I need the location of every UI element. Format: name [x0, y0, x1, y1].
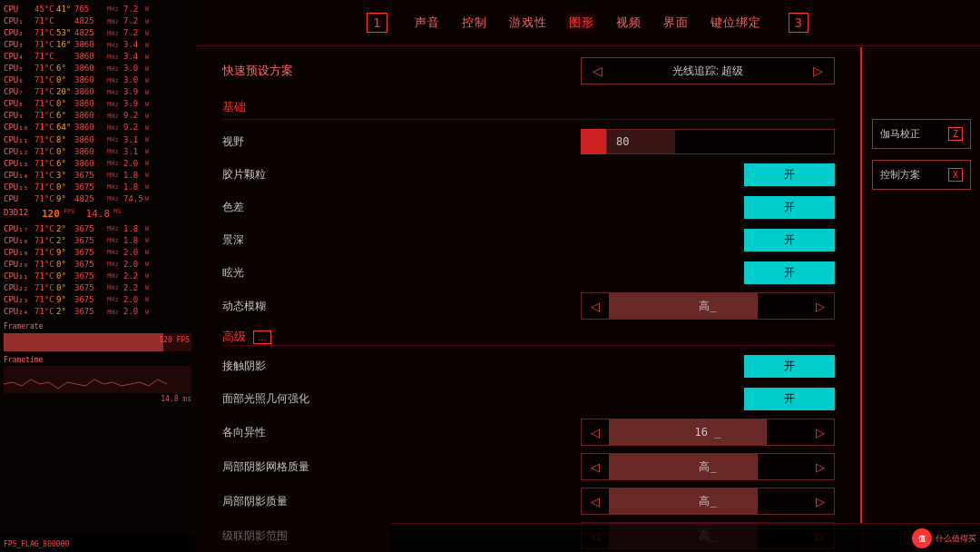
frametime-bar [4, 366, 191, 393]
cpu-row-freq-unit: MHz [107, 5, 122, 14]
nav-items: 声音控制游戏性图形视频界面键位绑定 [415, 15, 761, 31]
cpu-row-label: CPU₂ [4, 27, 33, 39]
shadow-quality-value: 高_ [609, 494, 807, 509]
cpu-row-val2: 3.4 [123, 39, 143, 51]
shadow-quality-slider[interactable]: ◁ 高_ ▷ [581, 488, 835, 515]
cpu-row-freq-unit: MHz [107, 64, 122, 74]
shadow-quality-right[interactable]: ▷ [807, 490, 834, 513]
cpu-row-freq-unit: MHz [107, 283, 122, 292]
nav-item-键位绑定[interactable]: 键位绑定 [710, 15, 761, 31]
preset-value: 光线追踪: 超级 [613, 64, 802, 79]
motion-blur-arrow-right[interactable]: ▷ [807, 295, 834, 318]
anisotropy-control: ◁ 16 _ ▷ [404, 419, 835, 446]
right-sidebar: 伽马校正 Z 控制方案 X [862, 46, 980, 551]
anisotropy-label: 各向异性 [222, 425, 404, 440]
dof-control: 开 [404, 229, 835, 251]
preset-arrow-right[interactable]: ▷ [802, 58, 834, 84]
shadow-mesh-slider[interactable]: ◁ 高_ ▷ [581, 453, 835, 480]
watermark-text: 什么值得买 [936, 533, 976, 545]
cpu-row-freq: 3675 [74, 259, 105, 271]
dof-toggle[interactable]: 开 [744, 229, 835, 251]
cpu-row: CPU₁₃ 71°C 6° 3860 MHz 2.0 W [4, 158, 191, 170]
cpu-row-freq: 4825 [74, 15, 105, 27]
nav-item-界面[interactable]: 界面 [663, 15, 689, 31]
shadow-mesh-left[interactable]: ◁ [582, 456, 609, 478]
cpu-row-val2: 3.4 [123, 51, 143, 63]
cpu-row-freq: 3675 [74, 306, 105, 318]
cpu-row-label: CPU₁₅ [4, 182, 33, 193]
nav-item-视频[interactable]: 视频 [616, 15, 642, 31]
shadow-mesh-inner: 高_ [609, 454, 807, 479]
cpu-row-label: CPU₁₇ [4, 223, 33, 235]
cpu-row: CPU₂₄ 71°C 2° 3675 MHz 2.0 W [4, 306, 191, 318]
cpu-row-temp: 71°C [34, 63, 54, 74]
film-grain-toggle[interactable]: 开 [744, 163, 835, 186]
cpu-row: CPU₂₁ 71°C 0° 3675 MHz 2.2 W [4, 271, 191, 282]
nav-item-控制[interactable]: 控制 [462, 15, 487, 31]
nav-item-游戏性[interactable]: 游戏性 [509, 15, 547, 31]
lens-flare-toggle[interactable]: 开 [744, 261, 835, 284]
nav-item-图形[interactable]: 图形 [569, 15, 594, 31]
nav-item-声音[interactable]: 声音 [415, 15, 440, 31]
cpu-row-label: CPU₈ [4, 98, 33, 110]
cpu-row-val2-unit: W [145, 271, 149, 281]
face-light-toggle[interactable]: 开 [744, 388, 835, 410]
motion-blur-slider[interactable]: ◁ 高_ ▷ [581, 292, 835, 320]
cpu-row-temp: 45°C [34, 4, 54, 15]
cpu-row: CPU 45°C 41° 765 MHz 7.2 W [4, 4, 191, 15]
cpu-row-freq-unit: MHz [107, 17, 122, 26]
cpu-row-temp: 71°C [34, 158, 54, 170]
fov-slider[interactable]: 80 [606, 129, 835, 154]
cpu-row-pct: 20° [56, 86, 73, 98]
cpu-row: CPU₂ 71°C 53° 4825 MHz 7.2 W [4, 27, 191, 39]
framerate-label: Framerate [4, 321, 191, 332]
cpu-row-pct: 0° [56, 182, 73, 193]
cpu-row-val2: 74.5 [123, 193, 143, 205]
cpu-rows2: CPU₁₇ 71°C 2° 3675 MHz 1.8 W CPU₁₈ 71°C … [4, 223, 191, 318]
cpu-row-label: CPU₃ [4, 39, 33, 51]
cpu-row-pct: 16° [56, 39, 73, 51]
cpu-row-val2-unit: W [145, 248, 149, 257]
cpu-row-freq-unit: MHz [107, 295, 122, 304]
anisotropy-slider[interactable]: ◁ 16 _ ▷ [581, 419, 835, 446]
cpu-row-freq-unit: MHz [107, 308, 122, 317]
shadow-mesh-right[interactable]: ▷ [807, 456, 834, 478]
motion-blur-arrow-left[interactable]: ◁ [582, 295, 609, 318]
chromatic-toggle[interactable]: 开 [744, 196, 835, 219]
cpu-row-pct: 0° [56, 271, 73, 282]
contact-shadow-control: 开 [404, 355, 835, 378]
cpu-row-freq: 4825 [74, 27, 105, 39]
nav-bracket-left: 1 [367, 13, 387, 33]
cpu-row-label: CPU₆ [4, 74, 33, 86]
shadow-mesh-label: 局部阴影网格质量 [222, 459, 404, 475]
cpu-row-val2: 1.8 [123, 182, 143, 193]
cpu-row: CPU₃ 71°C 16° 3860 MHz 3.4 W [4, 39, 191, 51]
motion-blur-inner: 高_ [609, 293, 807, 319]
chromatic-control: 开 [404, 196, 835, 219]
cpu-row: CPU₁₉ 71°C 9° 3675 MHz 2.0 W [4, 247, 191, 259]
cpu-row-freq: 3860 [74, 63, 105, 74]
cpu-row-val2: 3.9 [123, 98, 143, 110]
cpu-row-val2-unit: W [145, 29, 149, 38]
anisotropy-right[interactable]: ▷ [807, 421, 834, 444]
main-ui: 1 声音控制游戏性图形视频界面键位绑定 3 快速预设方案 ◁ 光线追踪: 超级 … [195, 0, 980, 552]
contact-shadow-toggle[interactable]: 开 [744, 355, 835, 378]
red-vertical-line [860, 47, 862, 523]
cpu-row-freq-unit: MHz [107, 194, 122, 203]
setting-shadow-mesh: 局部阴影网格质量 ◁ 高_ ▷ [222, 453, 835, 480]
cpu-row-val2-unit: W [145, 53, 149, 62]
settings-panel[interactable]: 快速预设方案 ◁ 光线追踪: 超级 ▷ 基础 视野 80 [195, 46, 862, 551]
control-scheme-button[interactable]: 控制方案 X [872, 160, 971, 190]
cpu-row-pct: 9° [56, 294, 73, 306]
cpu-row-label: CPU₄ [4, 51, 33, 63]
lens-flare-label: 眩光 [222, 265, 404, 281]
cpu-row-val2-unit: W [145, 147, 149, 156]
anisotropy-left[interactable]: ◁ [582, 421, 609, 444]
preset-control[interactable]: ◁ 光线追踪: 超级 ▷ [581, 57, 835, 84]
preset-arrow-left[interactable]: ◁ [582, 58, 613, 84]
gamma-calibrate-button[interactable]: 伽马校正 Z [872, 119, 971, 149]
cpu-row-pct: 3° [56, 170, 73, 182]
cpu-row-pct: 6° [56, 158, 73, 170]
shadow-quality-left[interactable]: ◁ [582, 490, 609, 513]
cpu-row-pct: 64° [56, 122, 73, 133]
